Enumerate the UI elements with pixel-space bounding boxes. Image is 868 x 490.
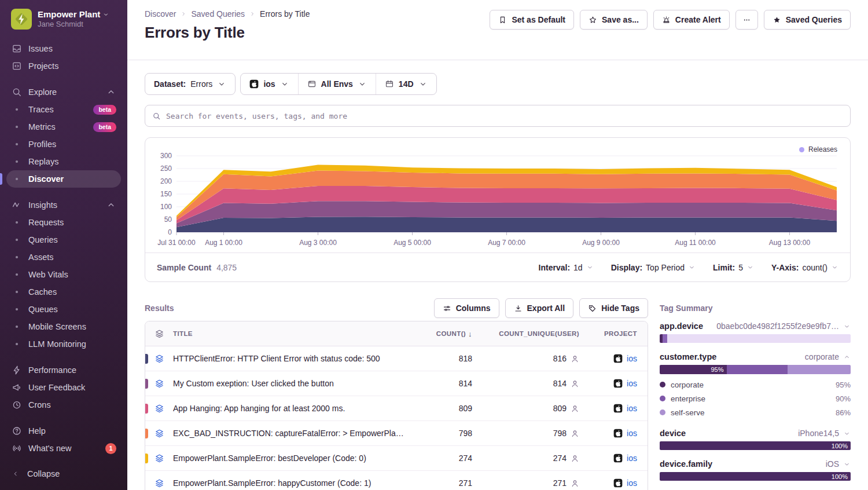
sidebar-item-llm-monitoring[interactable]: LLM Monitoring [6, 335, 121, 353]
chevron-down-icon [831, 264, 838, 271]
row-title: App Hanging: App hanging for at least 20… [173, 396, 406, 421]
chevron-down-icon[interactable] [843, 460, 851, 468]
breadcrumb-current: Errors by Title [260, 9, 310, 19]
sidebar-item-traces[interactable]: Tracesbeta [6, 101, 121, 118]
set-as-default-button[interactable]: Set as Default [490, 10, 574, 30]
svg-text:Aug 5 00:00: Aug 5 00:00 [393, 239, 431, 247]
series-color-swatch [145, 379, 148, 389]
sidebar-item-issues[interactable]: Issues [6, 40, 121, 57]
button-label: Set as Default [512, 15, 565, 24]
sidebar-item-profiles[interactable]: Profiles [6, 136, 121, 153]
save-as-button[interactable]: Save as... [580, 10, 648, 30]
results-heading: Results [145, 303, 174, 313]
project-filter-value: ios [263, 79, 275, 89]
sidebar-item-insights[interactable]: Insights [6, 196, 121, 214]
layers-icon [155, 404, 164, 414]
export-all-button[interactable]: Export All [505, 298, 574, 318]
breadcrumb-discover[interactable]: Discover [145, 9, 176, 19]
dataset-selector[interactable]: Dataset: Errors [145, 73, 236, 95]
project-link[interactable]: ios [627, 379, 637, 388]
search-input[interactable] [166, 112, 843, 120]
content: Dataset: Errors ios All Envs 14D [127, 60, 868, 490]
columns-button[interactable]: Columns [434, 298, 499, 318]
button-label: Create Alert [675, 15, 721, 24]
project-filter[interactable]: ios [241, 74, 297, 94]
sidebar-item-requests[interactable]: Requests [6, 214, 121, 231]
sidebar-item-projects[interactable]: Projects [6, 57, 121, 75]
row-count-unique: 814 [553, 379, 567, 388]
breadcrumb-saved-queries[interactable]: Saved Queries [191, 9, 245, 19]
sidebar-item-label: Discover [28, 174, 64, 184]
display-selector[interactable]: Display: Top Period [611, 263, 696, 272]
project-link[interactable]: ios [627, 429, 637, 438]
control-value: 1d [573, 263, 583, 272]
chevron-down-icon[interactable] [843, 430, 851, 437]
column-title[interactable]: TITLE [173, 321, 406, 346]
sidebar-item-web-vitals[interactable]: Web Vitals [6, 266, 121, 283]
project-link[interactable]: ios [627, 454, 637, 463]
date-range-filter[interactable]: 14D [376, 74, 436, 94]
hide-tags-button[interactable]: Hide Tags [579, 298, 648, 318]
column-project[interactable]: PROJECT [579, 330, 648, 337]
sidebar-item-queues[interactable]: Queues [6, 301, 121, 318]
svg-text:200: 200 [160, 177, 172, 185]
calendar-icon [385, 79, 394, 89]
sidebar-item-label: Projects [28, 61, 58, 71]
collapse-button[interactable]: Collapse [0, 461, 127, 490]
chevron-down-icon [418, 79, 428, 89]
sidebar-item-user-feedback[interactable]: User Feedback [6, 379, 121, 396]
table-row: EmpowerPlant.SampleError: happyCustomer … [145, 471, 648, 490]
chevron-down-icon[interactable] [843, 323, 851, 330]
layers-icon [155, 354, 164, 364]
sidebar-item-crons[interactable]: Crons [6, 396, 121, 414]
breakdown-dot [660, 409, 665, 415]
bullet-icon [12, 108, 22, 111]
bullet-icon [12, 178, 22, 180]
lightning-icon [12, 365, 22, 375]
yaxis-selector[interactable]: Y-Axis: count() [771, 263, 838, 272]
create-alert-button[interactable]: Create Alert [653, 10, 730, 30]
limit-selector[interactable]: Limit: 5 [713, 263, 754, 272]
issues-icon [12, 43, 22, 54]
org-switcher[interactable]: Empower Plant Jane Schmidt [0, 0, 127, 36]
sidebar-item-help[interactable]: Help [6, 422, 121, 440]
row-count: 809 [406, 404, 472, 413]
sidebar-item-explore[interactable]: Explore [6, 83, 121, 101]
sample-count-label: Sample Count [157, 263, 211, 272]
interval-selector[interactable]: Interval: 1d [539, 263, 594, 272]
results-area: Results Columns Export All Hide Tags [145, 298, 851, 490]
sidebar-item-discover[interactable]: Discover [6, 170, 121, 188]
sidebar-item-queries[interactable]: Queries [6, 231, 121, 248]
bookmark-icon [498, 16, 507, 24]
layers-icon [155, 478, 164, 488]
person-icon [571, 379, 579, 388]
tag-name: app.device [660, 321, 703, 331]
environment-filter[interactable]: All Envs [298, 74, 376, 94]
sidebar-item-caches[interactable]: Caches [6, 283, 121, 301]
more-options-button[interactable] [735, 10, 758, 30]
project-link[interactable]: ios [627, 404, 637, 413]
sidebar-item-label: Insights [28, 200, 57, 210]
svg-text:Aug 3 00:00: Aug 3 00:00 [299, 239, 337, 247]
sidebar-item-label: LLM Monitoring [28, 339, 86, 349]
sidebar-item-performance[interactable]: Performance [6, 361, 121, 379]
project-link[interactable]: ios [627, 354, 637, 363]
sidebar-item-metrics[interactable]: Metricsbeta [6, 118, 121, 136]
project-link[interactable]: ios [627, 478, 637, 488]
column-count[interactable]: COUNT()↓ [406, 330, 472, 338]
column-count-unique[interactable]: COUNT_UNIQUE(USER) [472, 330, 579, 337]
saved-queries-button[interactable]: Saved Queries [764, 10, 851, 30]
search-row [145, 105, 851, 127]
apple-icon [613, 354, 623, 363]
sidebar-item-mobile-screens[interactable]: Mobile Screens [6, 318, 121, 335]
sidebar: Empower Plant Jane Schmidt IssuesProject… [0, 0, 127, 490]
row-count-unique: 271 [553, 478, 567, 488]
row-title: EmpowerPlant.SampleError: bestDeveloper … [173, 446, 406, 471]
segment-percent-label: 100% [832, 473, 851, 480]
chart-legend[interactable]: Releases [799, 145, 837, 153]
sidebar-item-what-s-new[interactable]: What's new1 [6, 440, 121, 457]
sidebar-item-assets[interactable]: Assets [6, 248, 121, 266]
sidebar-item-replays[interactable]: Replays [6, 153, 121, 170]
person-icon [571, 404, 579, 413]
chevron-up-icon[interactable] [843, 353, 851, 361]
